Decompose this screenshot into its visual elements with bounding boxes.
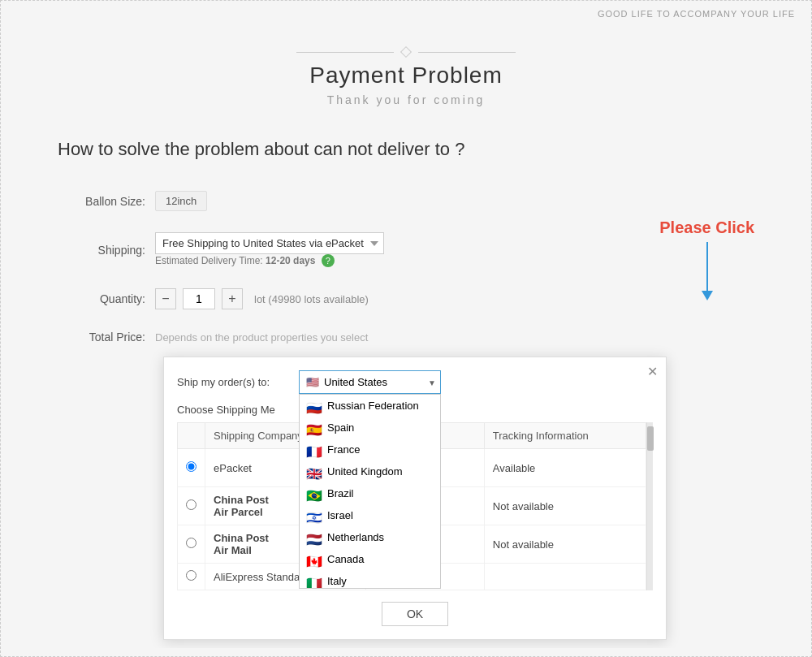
ship-to-row: Ship my order(s) to: 🇺🇸 United States ▼ … (177, 370, 653, 394)
list-item[interactable]: 🇷🇺 Russian Federation (300, 395, 440, 417)
table-header-select (178, 423, 205, 449)
uk-flag-icon: 🇬🇧 (306, 466, 322, 477)
italy-flag-icon: 🇮🇹 (306, 576, 322, 586)
header-diamond-left (400, 46, 412, 58)
info-icon[interactable]: ? (322, 254, 335, 267)
country-name: Israel (327, 509, 353, 521)
modal-close-button[interactable]: ✕ (647, 364, 658, 379)
radio-cell[interactable] (178, 487, 205, 525)
country-select-wrapper: 🇺🇸 United States ▼ 🇷🇺 Russian Federation (299, 370, 441, 394)
selected-country: United States (324, 376, 387, 388)
arrow-line (706, 242, 708, 291)
balloon-value: 12inch (155, 191, 207, 211)
list-item[interactable]: 🇫🇷 France (300, 439, 440, 460)
brazil-flag-icon: 🇧🇷 (306, 488, 322, 499)
tracking-cell: Not available (484, 525, 646, 564)
page-subtitle: Thank you for coming (9, 93, 803, 106)
radio-cell[interactable] (178, 564, 205, 590)
please-click-annotation: Please Click (659, 218, 754, 300)
israel-flag-icon: 🇮🇱 (306, 510, 322, 521)
list-item[interactable]: 🇨🇦 Canada (300, 548, 440, 570)
country-dropdown-list[interactable]: 🇷🇺 Russian Federation 🇪🇸 Spain 🇫🇷 France (299, 394, 441, 589)
list-item[interactable]: 🇮🇹 Italy (300, 570, 440, 589)
list-item[interactable]: 🇮🇱 Israel (300, 504, 440, 526)
content-area: Payment Problem Thank you for coming How… (9, 24, 803, 648)
country-name: United Kingdom (327, 465, 403, 478)
tagline: GOOD LIFE TO ACCOMPANY YOUR LIFE (598, 9, 795, 19)
country-name: Canada (327, 553, 365, 565)
modal-ok-row: OK (164, 602, 666, 626)
canada-flag-icon: 🇨🇦 (306, 554, 322, 564)
chevron-down-icon: ▼ (428, 378, 436, 387)
spain-flag-icon: 🇪🇸 (306, 422, 322, 433)
total-price-value: Depends on the product properties you se… (155, 331, 368, 344)
radio-cell[interactable] (178, 525, 205, 564)
country-select-display[interactable]: 🇺🇸 United States ▼ (299, 370, 441, 394)
balloon-row: Ballon Size: 12inch (9, 184, 803, 218)
total-price-row: Total Price: Depends on the product prop… (9, 324, 803, 350)
header-decoration (9, 48, 803, 56)
shipping-modal: ✕ Ship my order(s) to: 🇺🇸 United States … (163, 357, 667, 640)
shipping-select[interactable]: Free Shipping to United States via ePack… (155, 232, 384, 254)
quantity-label: Quantity: (58, 292, 155, 305)
arrow-down (702, 242, 713, 300)
country-name: Spain (327, 421, 354, 434)
ok-button[interactable]: OK (382, 602, 448, 626)
country-name: Russian Federation (327, 400, 419, 412)
table-scrollbar[interactable] (646, 422, 653, 590)
balloon-label: Ballon Size: (58, 195, 155, 208)
us-flag-icon: 🇺🇸 (306, 376, 319, 388)
arrow-head (702, 291, 713, 300)
china-air-parcel-radio[interactable] (186, 499, 197, 510)
shipping-select-wrapper: Free Shipping to United States via ePack… (155, 232, 384, 254)
tracking-cell: Not available (484, 487, 646, 525)
page-header: Payment Problem Thank you for coming (9, 24, 803, 123)
quantity-note: lot (49980 lots available) (254, 293, 369, 305)
tracking-cell: Available (484, 449, 646, 487)
quantity-increase-button[interactable]: + (222, 288, 243, 309)
france-flag-icon: 🇫🇷 (306, 444, 322, 455)
main-question: How to solve the problem about can not d… (9, 123, 803, 184)
table-header-tracking: Tracking Information (484, 423, 646, 449)
total-label: Total Price: (58, 331, 155, 344)
page-wrapper: GOOD LIFE TO ACCOMPANY YOUR LIFE Payment… (0, 0, 812, 657)
page-title: Payment Problem (9, 63, 803, 89)
epacket-radio[interactable] (186, 461, 197, 472)
shipping-label: Shipping: (58, 244, 155, 257)
netherlands-flag-icon: 🇳🇱 (306, 532, 322, 542)
header-line-left (296, 52, 394, 53)
quantity-wrapper: − + lot (49980 lots available) (155, 288, 369, 309)
delivery-time: Estimated Delivery Time: 12-20 days ? (155, 254, 384, 267)
country-name: France (327, 443, 360, 456)
list-item[interactable]: 🇪🇸 Spain (300, 417, 440, 439)
tracking-cell (484, 564, 646, 590)
country-name: Brazil (327, 487, 354, 499)
quantity-decrease-button[interactable]: − (155, 288, 176, 309)
list-item[interactable]: 🇧🇷 Brazil (300, 482, 440, 504)
aliexpress-radio[interactable] (186, 570, 197, 581)
china-air-mail-radio[interactable] (186, 538, 197, 548)
list-item[interactable]: 🇬🇧 United Kingdom (300, 460, 440, 482)
header-line-right (418, 52, 516, 53)
radio-cell[interactable] (178, 449, 205, 487)
country-name: Netherlands (327, 531, 384, 543)
quantity-input[interactable] (183, 288, 215, 309)
please-click-text: Please Click (659, 218, 754, 237)
list-item[interactable]: 🇳🇱 Netherlands (300, 526, 440, 548)
russian-federation-flag-icon: 🇷🇺 (306, 400, 322, 411)
ship-to-label: Ship my order(s) to: (177, 376, 291, 388)
table-scrollbar-thumb (647, 426, 654, 451)
country-name: Italy (327, 575, 347, 587)
modal-body: Ship my order(s) to: 🇺🇸 United States ▼ … (164, 357, 666, 590)
